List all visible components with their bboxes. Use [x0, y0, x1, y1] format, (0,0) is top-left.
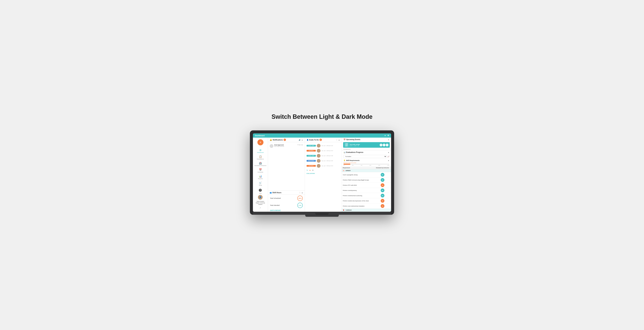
airway-label: 🫁 AIRWAY [342, 169, 391, 172]
eval-progress-collapse-icon[interactable]: ▲ [388, 151, 390, 153]
tick-20: 20% [352, 165, 354, 166]
eval-refresh-icon[interactable]: ↻ [306, 169, 308, 171]
user-info: Sarah Student Dayton University Student [256, 201, 265, 205]
bulb-icon: 💡 [344, 160, 345, 161]
eval-progress-title: Evaluations Progress [346, 151, 363, 153]
event-day: 17 [346, 144, 348, 146]
eval-badge-4: SIM PATIENT [306, 160, 316, 162]
shift-collapse-icon[interactable]: ▲ [301, 192, 303, 194]
notif-subtitle: By Irving Instructor [274, 146, 284, 147]
sidebar-item-simulation[interactable]: 🏥 Simulation Sessions [253, 161, 268, 167]
shifts-report-link[interactable]: SHIFTS REPORT [268, 209, 305, 212]
eval-date-4: Sat, Jan 7, 2023 @ 10:46 [322, 160, 333, 161]
laptop-notch [315, 213, 329, 215]
notifications-sound-icon[interactable]: 🔊 [299, 139, 301, 141]
progress-ticks: 0% 20% 40% 60% 80% 100% [344, 165, 390, 166]
expand-icon[interactable]: ⤢ [260, 207, 261, 209]
filter-icon[interactable]: ▼ [384, 135, 386, 137]
eval-settings-icon[interactable]: ⚙ [312, 169, 314, 171]
evals-header: 👤 Evals To Do 6 ⋮ ▲ [305, 138, 342, 142]
help-label: Help [259, 193, 262, 194]
sidebar-item-schedule[interactable]: 📅 Schedule [253, 167, 268, 174]
eval-avatar-4 [317, 159, 320, 163]
evals-footer-link[interactable]: EVALUATIONS [305, 172, 342, 175]
learning-phase-select[interactable]: Formative Summative [344, 155, 387, 158]
skill-name-4: Perform cricothyrotomy [342, 188, 374, 193]
upcoming-events-header: 📅 Upcoming Events ▲ [342, 138, 391, 141]
skill-score-cell-5: 2/2 [374, 193, 391, 198]
notif-time: 6 days ago [297, 144, 303, 145]
upcoming-events-collapse-icon[interactable]: ▲ [388, 139, 390, 140]
eval-avatar-1 [317, 144, 320, 147]
tick-40: 40% [361, 165, 362, 166]
eval-avatar-5 [317, 164, 320, 168]
event-info: Test bulk assign 00:05 - 12:00 - 1h [350, 144, 379, 146]
settings-icon[interactable]: ⚙ [388, 134, 389, 137]
skill-name-2: Perform FBAO removal using Magill forcep… [342, 178, 374, 183]
skill-name-3: Perform PPV with BVM [342, 183, 374, 188]
event-avatar-1: E [380, 144, 382, 146]
dashboard-icon: ⊞ [260, 149, 262, 151]
sidebar-label-reports: Reports [258, 178, 263, 180]
tick-100: 100% [387, 165, 390, 166]
notifications-collapse-icon[interactable]: ▲ [301, 139, 303, 141]
add-button[interactable]: + [258, 139, 264, 145]
event-title: Test bulk assign [350, 144, 379, 145]
skill-score-1: 0/2 [381, 173, 384, 177]
skill-name-1: Insert supraglottic airway [342, 172, 374, 178]
dashboard-header: Dashboard ▼ ⚙ [253, 133, 391, 138]
sidebar: + ⊞ Dashboard 📋 Evaluations 🏥 Simulation… [253, 138, 268, 212]
skill-requirements-label: Skill Requirements [346, 160, 360, 161]
eval-avatar-3 [317, 154, 320, 157]
schedule-icon: 📅 [259, 168, 262, 171]
event-month: JAN [345, 143, 348, 144]
sidebar-label-shop: Shop [259, 185, 262, 186]
shift-hours-header: 👥 Shift Hours ⋮ ▲ [268, 191, 305, 195]
col-requirement: Requirement [342, 167, 374, 169]
eval-badge-1: CLINIC SHIFT [306, 145, 316, 146]
total-attended-row: Total Attended 0.1h [268, 202, 305, 209]
skill-name-5: Perform endotracheal suctioning [342, 193, 374, 198]
skill-row-2: Perform FBAO removal using Magill forcep… [342, 178, 391, 183]
eval-item-5: LAB SKILL Jan, Jan 7, 2023 @ 10:54 [305, 163, 342, 168]
skill-score-3: 3/4 [381, 183, 384, 187]
page-title: Switch Between Light & Dark Mode [272, 113, 372, 120]
eval-info-5: Jan, Jan 7, 2023 @ 10:54 [322, 165, 333, 166]
eval-item-1: CLINIC SHIFT Sat, Jan 7, 2023 @ 10:19 [305, 143, 342, 148]
tick-80: 80% [378, 165, 380, 166]
eval-star-icon[interactable]: ★ [309, 169, 311, 171]
calendar-icon: 📅 [344, 139, 346, 140]
event-card: JAN 17 Test bulk assign 00:05 - 12:00 - … [343, 142, 390, 148]
evals-collapse-icon[interactable]: ▲ [338, 139, 340, 141]
sidebar-item-reports[interactable]: 📊 Reports [253, 174, 268, 181]
skill-score-cell-6: 1/3 [374, 198, 391, 204]
sidebar-item-dashboard[interactable]: ⊞ Dashboard [253, 148, 268, 154]
event-avatars: E F G [380, 144, 388, 146]
sidebar-item-evaluations[interactable]: 📋 Evaluations [253, 154, 268, 161]
user-avatar: 👤 [258, 195, 263, 200]
main-content: 🔔 Notifications 1 🔊 ▲ [268, 138, 391, 212]
simulation-icon: 🏥 [259, 162, 262, 164]
skill-score-5: 2/2 [381, 194, 384, 198]
skill-req-collapse-icon[interactable]: ▲ [388, 159, 390, 161]
reports-icon: 📊 [259, 175, 262, 178]
help-button[interactable]: ? [259, 189, 262, 192]
shift-more-icon[interactable]: ⋮ [299, 192, 301, 194]
evaluations-icon: 📋 [259, 155, 262, 158]
category-airway: 🫁 AIRWAY [342, 169, 391, 172]
laptop-stand [305, 215, 339, 217]
col-evaluated: Evaluated by Instructor [374, 167, 391, 169]
sidebar-label-evaluations: Evaluations [257, 158, 264, 160]
user-institution: Dayton University [256, 202, 265, 204]
learning-phase-chart-icon[interactable]: 📈 [388, 155, 390, 157]
shift-hours-title: Shift Hours [272, 192, 282, 194]
skill-row-7: Perform oral endotracheal intubation 1/2 [342, 204, 391, 209]
progress-chart-icon: 📊 [344, 151, 346, 153]
eval-info-3: Sat, Jan 7, 2023 @ 10:38 [322, 155, 333, 156]
evals-icon: 👤 [306, 139, 308, 141]
evals-more-icon[interactable]: ⋮ [336, 139, 338, 141]
sidebar-item-shop[interactable]: 🛒 Shop [253, 181, 268, 187]
notif-title: Eval Approved [274, 144, 284, 146]
progress-bar-fill [344, 164, 350, 165]
airway-icon: 🫁 [343, 170, 344, 172]
